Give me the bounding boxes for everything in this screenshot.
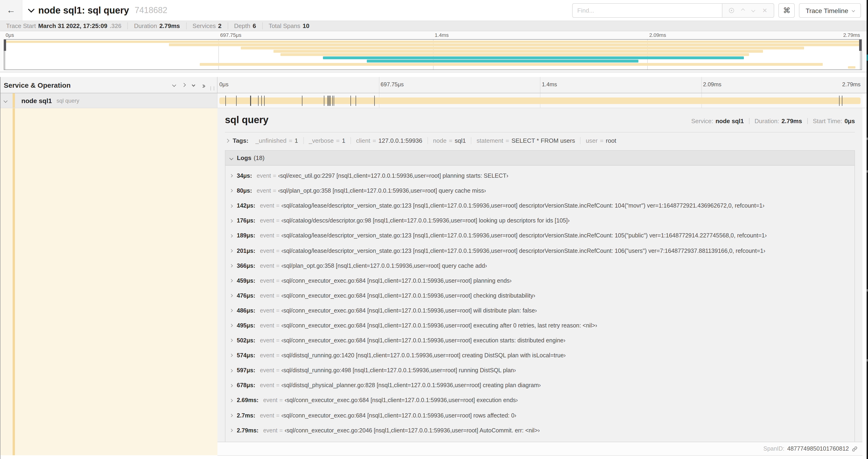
log-row[interactable]: 2.7ms:event=‹sql/conn_executor_exec.go:6…	[225, 408, 855, 423]
log-row[interactable]: 678μs:event=‹sql/distsql_physical_planne…	[225, 378, 855, 393]
log-marker-tick[interactable]	[264, 96, 265, 106]
collapse-span-chevron-icon[interactable]	[4, 99, 7, 102]
trace-view-selector[interactable]: Trace Timeline	[799, 3, 861, 18]
chevron-right-icon	[229, 294, 233, 297]
log-marker-tick[interactable]	[355, 96, 356, 106]
minimap-canvas[interactable]	[4, 39, 862, 70]
clear-search-icon[interactable]: ✕	[762, 7, 768, 14]
tags-label: Tags:	[232, 137, 248, 144]
expand-one-icon[interactable]	[182, 83, 186, 87]
collapse-all-icon[interactable]	[192, 84, 195, 86]
log-field-value: ‹sql/catalog/descs/descriptor.go:98 [nsq…	[281, 218, 569, 224]
minimap-row	[4, 60, 862, 63]
match-highlight-icon[interactable]	[729, 8, 734, 13]
equals-sign: =	[273, 188, 276, 194]
log-field-value: ‹sql/conn_executor_exec.go:684 [nsql1,cl…	[281, 412, 516, 419]
log-row[interactable]: 502μs:event=‹sql/conn_executor_exec.go:6…	[225, 333, 855, 348]
span-row-name-cell[interactable]: node sql1 sql query	[0, 93, 217, 108]
tag-item: client=127.0.0.1:59936	[350, 137, 428, 144]
log-row[interactable]: 201μs:event=‹sql/catalog/lease/descripto…	[225, 243, 855, 258]
log-timestamp: 2.79ms:	[237, 427, 258, 434]
collapse-trace-chevron-icon[interactable]	[28, 6, 34, 12]
window-left-edge	[0, 77, 0, 459]
log-marker-tick[interactable]	[839, 96, 840, 106]
minimap-left-scrubber[interactable]	[5, 40, 5, 69]
find-input[interactable]	[572, 3, 722, 18]
tags-row[interactable]: Tags: _unfinished=1_verbose=1client=127.…	[225, 133, 855, 148]
divider	[807, 118, 808, 124]
next-result-icon[interactable]	[751, 8, 755, 12]
log-timestamp: 597μs:	[237, 367, 255, 374]
log-row[interactable]: 459μs:event=‹sql/conn_executor_exec.go:6…	[225, 273, 855, 288]
span-detail-meta: Service:node sql1Duration:2.79msStart Ti…	[691, 118, 855, 125]
logs-label: Logs	[237, 154, 251, 161]
equals-sign: =	[276, 412, 280, 419]
chevron-right-icon	[229, 219, 233, 223]
log-field-value: ‹sql/conn_executor_exec.go:2046 [nsql1,c…	[285, 427, 540, 434]
log-row[interactable]: 486μs:event=‹sql/conn_executor_exec.go:6…	[225, 303, 855, 318]
log-row[interactable]: 2.69ms:event=‹sql/conn_executor_exec.go:…	[225, 393, 855, 408]
tags-list: _unfinished=1_verbose=1client=127.0.0.1:…	[250, 137, 621, 144]
detail-meta-item: Duration:2.79ms	[754, 118, 802, 125]
log-marker-tick[interactable]	[324, 96, 324, 106]
column-resize-grip[interactable]	[211, 86, 214, 91]
equals-sign: =	[336, 137, 340, 144]
log-field-key: event	[257, 188, 271, 194]
minimap-span-bar	[4, 40, 862, 43]
log-row[interactable]: 495μs:event=‹sql/conn_executor_exec.go:6…	[225, 318, 855, 333]
span-row[interactable]: node sql1 sql query	[0, 93, 868, 108]
log-row[interactable]: 597μs:event=‹sql/distsql_running.go:498 …	[225, 363, 855, 378]
log-row[interactable]: 189μs:event=‹sql/catalog/lease/descripto…	[225, 228, 855, 243]
log-row[interactable]: 574μs:event=‹sql/distsql_running.go:1420…	[225, 348, 855, 363]
log-marker-tick[interactable]	[374, 96, 375, 106]
log-row[interactable]: 366μs:event=‹sql/plan_opt.go:358 [nsql1,…	[225, 258, 855, 273]
log-marker-tick[interactable]	[334, 96, 334, 106]
back-button[interactable]: ←	[0, 0, 22, 21]
minimap-row	[4, 63, 862, 66]
log-marker-tick[interactable]	[250, 96, 251, 106]
log-marker-tick[interactable]	[225, 96, 226, 106]
log-marker-tick[interactable]	[332, 96, 333, 106]
span-row-timeline-cell[interactable]	[217, 93, 862, 108]
chevron-right-icon	[229, 354, 233, 357]
log-marker-tick[interactable]	[350, 96, 351, 106]
log-marker-tick[interactable]	[261, 96, 262, 106]
log-row[interactable]: 80μs:event=‹sql/plan_opt.go:358 [nsql1,c…	[225, 183, 855, 198]
collapse-one-icon[interactable]	[172, 83, 176, 87]
log-timestamp: 678μs:	[237, 382, 255, 389]
equals-sign: =	[276, 322, 280, 329]
log-row[interactable]: 142μs:event=‹sql/catalog/lease/descripto…	[225, 198, 855, 213]
log-row[interactable]: 34μs:event=‹sql/exec_util.go:2297 [nsql1…	[225, 168, 855, 183]
deep-link-icon[interactable]	[852, 446, 858, 452]
logs-header[interactable]: Logs (18)	[225, 151, 855, 166]
log-row[interactable]: 2.79ms:event=‹sql/conn_executor_exec.go:…	[225, 423, 855, 438]
log-marker-tick[interactable]	[330, 96, 330, 106]
summary-item-label: Depth	[234, 22, 250, 29]
log-marker-tick[interactable]	[842, 96, 842, 106]
log-marker-tick[interactable]	[302, 96, 302, 106]
chevron-down-icon	[851, 9, 855, 12]
minimap-row	[4, 66, 862, 69]
keyboard-shortcuts-button[interactable]: ⌘	[779, 3, 795, 18]
minimap-span-bar	[274, 50, 763, 53]
expand-all-icon[interactable]	[202, 81, 205, 89]
adjacent-window-fleck	[867, 138, 868, 140]
log-marker-tick[interactable]	[258, 96, 258, 106]
equals-sign: =	[273, 173, 276, 179]
minimap-right-scrubber[interactable]	[860, 40, 861, 69]
trace-id: 7418682	[135, 5, 167, 15]
log-field-key: event	[260, 262, 274, 269]
chevron-right-icon	[229, 249, 233, 252]
equals-sign: =	[506, 137, 509, 144]
log-field-key: event	[260, 352, 274, 359]
ruler-tick-label: 2.09ms	[649, 32, 666, 38]
log-row[interactable]: 476μs:event=‹sql/conn_executor_exec.go:6…	[225, 288, 855, 303]
minimap-span-bar	[323, 57, 744, 59]
log-row[interactable]: 176μs:event=‹sql/catalog/descs/descripto…	[225, 214, 855, 228]
detail-meta-label: Duration:	[754, 118, 779, 125]
span-duration-bar[interactable]	[219, 97, 860, 104]
prev-result-icon[interactable]	[741, 8, 745, 12]
log-field-key: event	[257, 173, 271, 179]
log-marker-tick[interactable]	[328, 96, 328, 106]
log-marker-tick[interactable]	[236, 96, 237, 106]
